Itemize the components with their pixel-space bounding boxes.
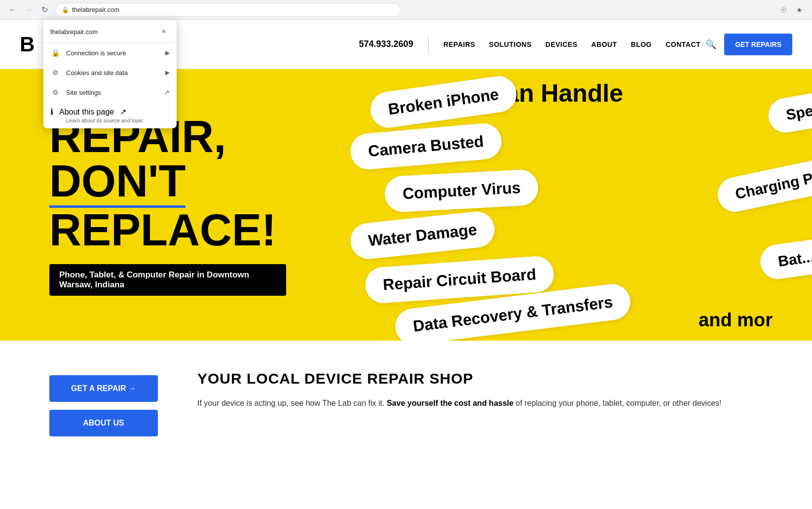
context-close-button[interactable]: × <box>158 26 170 38</box>
context-menu-item-about[interactable]: ℹ About this page ↗ Learn about its sour… <box>43 102 177 128</box>
cookies-arrow: ▶ <box>165 69 170 76</box>
site-nav: REPAIRS SOLUTIONS DEVICES ABOUT BLOG CON… <box>443 40 701 48</box>
pill-broken-iphone: Broken iPhone <box>368 74 518 130</box>
about-row: ℹ About this page ↗ <box>50 107 170 117</box>
shop-desc-bold: Save yourself the cost and hassle <box>387 399 514 407</box>
about-label: About this page <box>59 108 114 117</box>
pill-right-1: Spea... <box>766 87 812 135</box>
forward-button[interactable]: → <box>22 3 36 17</box>
shop-info: YOUR LOCAL DEVICE REPAIR SHOP If your de… <box>197 370 763 410</box>
pill-right-3: Bat... <box>758 237 812 281</box>
hero-line2-text: DON'T <box>49 159 185 208</box>
bookmark-button[interactable]: ☉ <box>776 3 790 17</box>
connection-label: Connection is secure <box>66 49 159 57</box>
nav-solutions[interactable]: SOLUTIONS <box>489 40 531 48</box>
site-settings-ext-icon: ↗ <box>164 88 170 96</box>
about-menu-icon: ℹ <box>50 107 53 117</box>
profile-button[interactable]: ★ <box>792 3 806 17</box>
nav-blog[interactable]: BLOG <box>631 40 652 48</box>
back-button[interactable]: ← <box>6 3 20 17</box>
pill-camera: Camera Busted <box>349 122 503 171</box>
about-us-button[interactable]: ABOUT US <box>49 410 158 436</box>
settings-menu-icon: ⚙ <box>50 87 60 97</box>
context-menu-item-site-settings[interactable]: ⚙ Site settings ↗ <box>43 82 177 102</box>
nav-about[interactable]: ABOUT <box>591 40 617 48</box>
about-ext-icon: ↗ <box>120 107 126 117</box>
browser-actions: ☉ ★ <box>776 3 806 17</box>
hero-right: We Can Handle Broken iPhone Camera Buste… <box>345 69 812 341</box>
hero-line2: DON'T <box>49 159 316 208</box>
hero-subtitle: Phone, Tablet, & Computer Repair in Down… <box>49 264 286 296</box>
address-bar[interactable]: 🔒 thelabrepair.com <box>55 3 401 17</box>
browser-chrome: ← → ↻ 🔒 thelabrepair.com ☉ ★ <box>0 0 812 20</box>
shop-title: YOUR LOCAL DEVICE REPAIR SHOP <box>197 370 763 387</box>
get-repairs-header-button[interactable]: GET REPAIRS <box>724 34 792 55</box>
cta-buttons: GET A REPAIR → ABOUT US <box>49 370 158 436</box>
url-text: thelabrepair.com <box>72 6 394 13</box>
shop-desc-end: of replacing your phone, tablet, compute… <box>514 399 722 407</box>
cookie-menu-icon: ⚙ <box>50 68 60 78</box>
pill-water-damage: Water Damage <box>349 210 496 261</box>
cookies-label: Cookies and site data <box>66 69 159 77</box>
shop-desc-normal: If your device is acting up, see how The… <box>197 399 387 407</box>
context-menu: thelabrepair.com × 🔒 Connection is secur… <box>43 20 177 128</box>
nav-divider <box>428 35 429 54</box>
lock-menu-icon: 🔒 <box>50 48 60 58</box>
pill-container: We Can Handle Broken iPhone Camera Buste… <box>345 69 812 341</box>
browser-nav-buttons: ← → ↻ <box>6 3 51 17</box>
context-menu-url: thelabrepair.com <box>50 28 98 36</box>
nav-repairs[interactable]: REPAIRS <box>443 40 476 48</box>
context-menu-item-cookies[interactable]: ⚙ Cookies and site data ▶ <box>43 63 177 82</box>
site-logo[interactable]: B <box>20 33 35 56</box>
reload-button[interactable]: ↻ <box>37 3 51 17</box>
connection-arrow: ▶ <box>165 49 170 56</box>
get-a-repair-button[interactable]: GET A REPAIR → <box>49 375 158 402</box>
hero-line3: REPLACE! <box>49 208 316 252</box>
search-button[interactable]: 🔍 <box>705 39 716 50</box>
pill-right-2: Charging P... <box>714 155 812 215</box>
phone-number: 574.933.2609 <box>359 39 413 49</box>
below-hero-section: GET A REPAIR → ABOUT US YOUR LOCAL DEVIC… <box>0 341 812 466</box>
site-settings-label: Site settings <box>66 89 158 96</box>
context-menu-item-connection[interactable]: 🔒 Connection is secure ▶ <box>43 43 177 63</box>
lock-icon: 🔒 <box>62 6 69 13</box>
and-more-text: and mor <box>699 310 773 331</box>
about-sublabel: Learn about its source and topic <box>50 117 170 123</box>
nav-contact[interactable]: CONTACT <box>665 40 701 48</box>
hero-title: REPAIR, DON'T REPLACE! <box>49 115 316 252</box>
shop-description: If your device is acting up, see how The… <box>197 397 763 410</box>
nav-devices[interactable]: DEVICES <box>546 40 578 48</box>
context-menu-header: thelabrepair.com × <box>43 20 177 43</box>
pill-computer-virus: Computer Virus <box>384 169 539 213</box>
